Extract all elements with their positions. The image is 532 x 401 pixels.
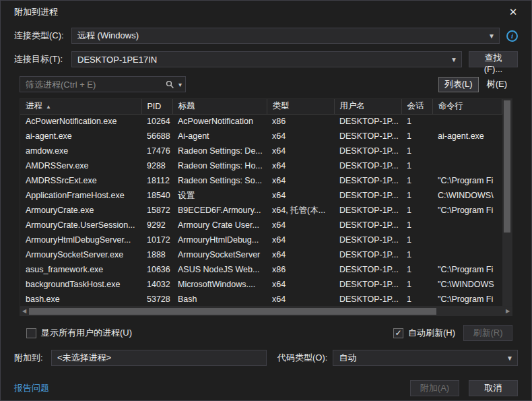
table-cell: x64 bbox=[267, 158, 334, 173]
table-cell: AcPowerNotification.exe bbox=[20, 114, 141, 129]
table-cell: x64, 托管(本... bbox=[267, 203, 334, 218]
filter-input[interactable] bbox=[26, 80, 166, 90]
table-cell: "C:\WINDOWS bbox=[432, 277, 502, 292]
column-header-4[interactable]: 类型 bbox=[267, 99, 334, 114]
table-cell: x64 bbox=[267, 218, 334, 233]
chevron-down-icon: ▼ bbox=[488, 32, 495, 40]
list-view-button[interactable]: 列表(L) bbox=[438, 77, 479, 92]
table-cell: 56688 bbox=[141, 129, 172, 144]
table-cell: 1 bbox=[401, 173, 432, 188]
table-cell: ArmourySocketServer.exe bbox=[20, 247, 141, 262]
table-row[interactable]: amdow.exe17476Radeon Settings: De...x64D… bbox=[20, 144, 502, 158]
attach-to-label: 附加到: bbox=[14, 352, 51, 364]
table-row[interactable]: ArmourySocketServer.exe1888ArmourySocket… bbox=[20, 247, 502, 262]
column-header-6[interactable]: 会话 bbox=[401, 99, 432, 114]
table-cell: x64 bbox=[267, 247, 334, 262]
table-cell: asus_framework.exe bbox=[20, 262, 141, 277]
table-cell: 1 bbox=[401, 233, 432, 247]
close-icon[interactable]: ✕ bbox=[506, 6, 521, 18]
horizontal-scrollbar-thumb[interactable] bbox=[29, 308, 436, 315]
table-row[interactable]: AMDRSServ.exe9288Radeon Settings: Ho...x… bbox=[20, 158, 502, 173]
table-cell: Radeon Settings: De... bbox=[172, 144, 267, 158]
table-cell: x86 bbox=[267, 262, 334, 277]
connection-target-value: DESKTOP-1PE17IN bbox=[77, 55, 446, 65]
report-problem-link[interactable]: 报告问题 bbox=[14, 382, 49, 394]
find-button[interactable]: 查找(F)... bbox=[469, 51, 518, 67]
refresh-button[interactable]: 刷新(R) bbox=[463, 325, 512, 341]
table-row[interactable]: asus_framework.exe10636ASUS NodeJS Web..… bbox=[20, 262, 502, 277]
table-cell: amdow.exe bbox=[20, 144, 141, 158]
scroll-left-icon[interactable]: ◀ bbox=[20, 307, 29, 316]
table-row[interactable]: ArmouryCrate.exe15872B9ECED6F.Armoury...… bbox=[20, 203, 502, 218]
table-cell: DESKTOP-1P... bbox=[334, 233, 401, 247]
dialog-title: 附加到进程 bbox=[14, 6, 58, 18]
table-cell: "C:\Program Fi bbox=[432, 292, 502, 306]
show-all-users-label: 显示所有用户的进程(U) bbox=[41, 327, 132, 339]
chevron-down-icon: ▼ bbox=[506, 354, 513, 362]
table-cell: x64 bbox=[267, 144, 334, 158]
connection-type-dropdown[interactable]: 远程 (Windows) ▼ bbox=[71, 28, 500, 44]
table-cell: Bash bbox=[172, 292, 267, 306]
filter-row: ▾ 列表(L) 树(E) bbox=[20, 76, 512, 92]
vertical-scrollbar-thumb[interactable] bbox=[504, 100, 510, 233]
cancel-button[interactable]: 取消 bbox=[469, 380, 518, 396]
show-all-users-checkbox[interactable] bbox=[26, 328, 36, 338]
table-cell: 17476 bbox=[141, 144, 172, 158]
horizontal-scrollbar[interactable]: ◀ ▶ bbox=[20, 307, 512, 316]
chevron-down-icon: ▼ bbox=[451, 56, 457, 63]
attach-button[interactable]: 附加(A) bbox=[410, 380, 459, 396]
table-cell: 10636 bbox=[141, 262, 172, 277]
table-row[interactable]: AMDRSSrcExt.exe18112Radeon Settings: So.… bbox=[20, 173, 502, 188]
table-cell: 18112 bbox=[141, 173, 172, 188]
table-row[interactable]: ArmouryHtmlDebugServer...10172ArmouryHtm… bbox=[20, 233, 502, 247]
titlebar: 附加到进程 ✕ bbox=[1, 1, 531, 24]
auto-refresh-checkbox[interactable] bbox=[393, 328, 403, 338]
code-type-value: 自动 bbox=[339, 352, 502, 364]
table-cell: ApplicationFrameHost.exe bbox=[20, 188, 141, 203]
table-cell: 1 bbox=[401, 144, 432, 158]
vertical-scrollbar[interactable] bbox=[502, 99, 512, 306]
table-cell: 1 bbox=[401, 203, 432, 218]
table-row[interactable]: backgroundTaskHost.exe14032MicrosoftWind… bbox=[20, 277, 502, 292]
code-type-dropdown[interactable]: 自动 ▼ bbox=[333, 350, 518, 366]
connection-target-row: 连接目标(T): DESKTOP-1PE17IN ▼ 查找(F)... bbox=[14, 51, 518, 67]
table-cell: 1 bbox=[401, 277, 432, 292]
table-cell: 10264 bbox=[141, 114, 172, 129]
table-cell: DESKTOP-1P... bbox=[334, 144, 401, 158]
column-header-5[interactable]: 用户名 bbox=[334, 99, 401, 114]
options-row: 显示所有用户的进程(U) 自动刷新(H) 刷新(R) bbox=[20, 325, 512, 341]
attach-to-field[interactable] bbox=[51, 350, 267, 366]
table-row[interactable]: ArmouryCrate.UserSession...9292Armoury C… bbox=[20, 218, 502, 233]
scroll-right-icon[interactable]: ▶ bbox=[503, 307, 512, 316]
table-cell: 1 bbox=[401, 292, 432, 306]
column-header-1[interactable]: 进程▲ bbox=[20, 99, 141, 114]
info-icon[interactable]: i bbox=[506, 30, 518, 42]
process-table: 进程▲PID标题类型用户名会话命令行 AcPowerNotification.e… bbox=[20, 99, 502, 306]
tree-view-button[interactable]: 树(E) bbox=[481, 77, 512, 92]
table-cell: B9ECED6F.Armoury... bbox=[172, 203, 267, 218]
column-header-7[interactable]: 命令行 bbox=[432, 99, 502, 114]
table-cell: "C:\Program Fi bbox=[432, 262, 502, 277]
table-cell bbox=[432, 233, 502, 247]
search-icon[interactable] bbox=[166, 80, 174, 89]
table-cell: Armoury Crate User... bbox=[172, 218, 267, 233]
column-header-2[interactable]: PID bbox=[141, 99, 172, 114]
column-header-3[interactable]: 标题 bbox=[172, 99, 267, 114]
table-row[interactable]: ai-agent.exe56688Ai-agentx64DESKTOP-1P..… bbox=[20, 129, 502, 144]
table-cell: 1 bbox=[401, 247, 432, 262]
table-row[interactable]: ApplicationFrameHost.exe18540设置x64DESKTO… bbox=[20, 188, 502, 203]
table-cell bbox=[432, 247, 502, 262]
table-cell: x64 bbox=[267, 233, 334, 247]
table-cell: 设置 bbox=[172, 188, 267, 203]
table-cell: 1 bbox=[401, 262, 432, 277]
connection-type-value: 远程 (Windows) bbox=[77, 30, 484, 42]
auto-refresh-label: 自动刷新(H) bbox=[408, 327, 455, 339]
table-cell: x64 bbox=[267, 129, 334, 144]
table-cell: 53728 bbox=[141, 292, 172, 306]
connection-target-dropdown[interactable]: DESKTOP-1PE17IN ▼ bbox=[71, 51, 462, 67]
table-row[interactable]: AcPowerNotification.exe10264AcPowerNotif… bbox=[20, 114, 502, 129]
filter-box: ▾ bbox=[20, 76, 186, 92]
table-row[interactable]: bash.exe53728Bashx64DESKTOP-1P...1"C:\Pr… bbox=[20, 292, 502, 306]
search-options-chevron-icon[interactable]: ▾ bbox=[178, 81, 182, 88]
code-type-label: 代码类型(O): bbox=[277, 352, 327, 364]
